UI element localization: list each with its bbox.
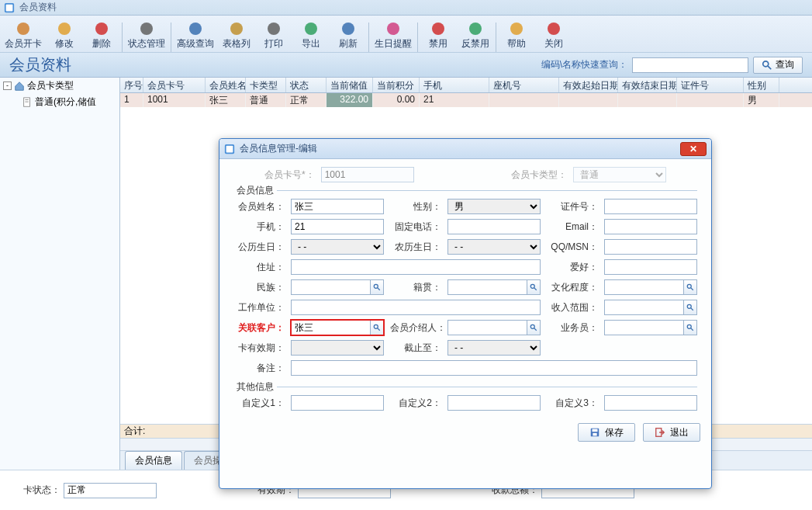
search-icon: [686, 324, 694, 331]
table-row[interactable]: 11001张三普通正常322.000.0021男: [120, 93, 812, 107]
native-lookup-button[interactable]: [527, 279, 541, 295]
svg-point-9: [305, 23, 317, 35]
refresh-button[interactable]: 刷新: [330, 18, 367, 52]
rel-customer-lookup-button[interactable]: [370, 320, 384, 335]
qq-field[interactable]: [604, 239, 697, 255]
income-field[interactable]: [604, 300, 683, 315]
svg-line-32: [378, 328, 380, 331]
card-no-field: [321, 167, 414, 182]
ethnic-lookup-button[interactable]: [370, 279, 384, 295]
search-icon: [530, 283, 537, 291]
grid-header-cell[interactable]: 有效起始日期: [559, 78, 618, 92]
tree-child[interactable]: 普通(积分,储值: [0, 94, 119, 110]
birth-lunar-select[interactable]: - -: [447, 239, 541, 255]
birthday-button[interactable]: 生日提醒: [371, 18, 416, 52]
svg-rect-38: [593, 429, 598, 432]
close-icon: [545, 20, 562, 37]
search-button[interactable]: 高级查询: [173, 18, 218, 52]
refresh-icon: [340, 20, 357, 37]
remark-field[interactable]: [291, 360, 697, 376]
delete-icon: [93, 20, 110, 37]
forbid-button[interactable]: 禁用: [420, 18, 457, 52]
address-field[interactable]: [291, 259, 541, 275]
introducer-field[interactable]: [447, 320, 527, 335]
ethnic-field[interactable]: [291, 279, 370, 295]
salesman-lookup-button[interactable]: [683, 320, 697, 335]
dialog-titlebar[interactable]: 会员信息管理-编辑 ✕: [219, 139, 711, 159]
status-button[interactable]: 状态管理: [124, 18, 169, 52]
rel-customer-field[interactable]: [291, 320, 370, 335]
edu-field[interactable]: [604, 279, 683, 295]
quick-search-button[interactable]: 查询: [753, 57, 803, 74]
exit-button[interactable]: 退出: [643, 423, 700, 442]
grid-header-cell[interactable]: 有效结束日期: [618, 78, 677, 92]
card-no-label: 会员卡号*：: [264, 168, 315, 182]
custom2-field[interactable]: [447, 395, 541, 411]
print-button[interactable]: 打印: [255, 18, 292, 52]
rel-customer-wrapper: [291, 320, 384, 335]
svg-point-12: [432, 23, 444, 35]
tree-root[interactable]: - 会员卡类型: [0, 78, 119, 94]
help-button[interactable]: 帮助: [498, 18, 535, 52]
idno-field[interactable]: [604, 199, 697, 214]
grid-header-cell[interactable]: 手机: [420, 78, 489, 92]
member-info-legend: 会员信息: [233, 184, 277, 197]
allow-button[interactable]: 反禁用: [457, 18, 494, 52]
grid-header-cell[interactable]: 性别: [744, 78, 779, 92]
search-icon: [187, 20, 204, 37]
tab-member-info[interactable]: 会员信息: [125, 451, 182, 470]
native-field[interactable]: [447, 279, 527, 295]
close-button[interactable]: 关闭: [535, 18, 572, 52]
grid-header-cell[interactable]: 会员卡号: [143, 78, 206, 92]
card-add-button[interactable]: 会员开卡: [1, 18, 46, 52]
grid-header-cell[interactable]: 证件号: [677, 78, 744, 92]
dialog-close-button[interactable]: ✕: [680, 142, 707, 156]
edu-lookup-button[interactable]: [683, 279, 697, 295]
app-icon: [224, 144, 235, 154]
custom3-field[interactable]: [604, 395, 697, 411]
birth-solar-select[interactable]: - -: [291, 239, 384, 255]
tree-root-label: 会员卡类型: [27, 79, 74, 92]
grid-header-cell[interactable]: 会员姓名: [206, 78, 246, 92]
name-field[interactable]: [291, 199, 384, 214]
card-status-field[interactable]: [64, 483, 157, 498]
svg-line-36: [691, 328, 693, 331]
rel-customer-label: 关联客户：: [233, 321, 285, 335]
edit-button[interactable]: 修改: [46, 18, 83, 52]
app-icon: [4, 2, 15, 13]
quick-search-input[interactable]: [632, 57, 748, 73]
income-lookup-button[interactable]: [683, 300, 697, 315]
until-select[interactable]: - -: [447, 340, 541, 356]
introducer-lookup-button[interactable]: [527, 320, 541, 335]
salesman-field[interactable]: [604, 320, 683, 335]
quick-search-label: 编码\名称快速查询：: [541, 58, 627, 71]
company-field[interactable]: [291, 300, 541, 315]
grid-header-cell[interactable]: 状态: [286, 78, 327, 92]
svg-line-30: [691, 308, 693, 311]
delete-button[interactable]: 删除: [83, 18, 120, 52]
export-button[interactable]: 导出: [292, 18, 330, 52]
mobile-field[interactable]: [291, 219, 384, 234]
search-icon: [373, 324, 381, 331]
tree-pane: - 会员卡类型 普通(积分,储值: [0, 78, 120, 470]
forbid-icon: [430, 20, 447, 37]
svg-line-28: [691, 288, 693, 290]
grid-header-cell[interactable]: 当前储值: [327, 78, 373, 92]
valid-select[interactable]: [291, 340, 384, 356]
svg-point-6: [189, 23, 202, 35]
email-field[interactable]: [604, 219, 697, 234]
sex-select[interactable]: 男: [447, 199, 541, 214]
grid-header-cell[interactable]: 当前积分: [373, 78, 420, 92]
grid-header-cell[interactable]: 座机号: [489, 78, 559, 92]
hobby-field[interactable]: [604, 259, 697, 275]
document-icon: [22, 97, 33, 108]
columns-button[interactable]: 表格列: [218, 18, 255, 52]
card-type-select: 普通: [573, 167, 666, 182]
tree-expander-icon[interactable]: -: [3, 82, 12, 90]
grid-header-cell[interactable]: 序号: [120, 78, 143, 92]
tel-field[interactable]: [447, 219, 541, 234]
custom1-field[interactable]: [291, 395, 384, 411]
save-button[interactable]: 保存: [578, 423, 635, 442]
app-title: 会员资料: [19, 1, 57, 14]
grid-header-cell[interactable]: 卡类型: [246, 78, 286, 92]
